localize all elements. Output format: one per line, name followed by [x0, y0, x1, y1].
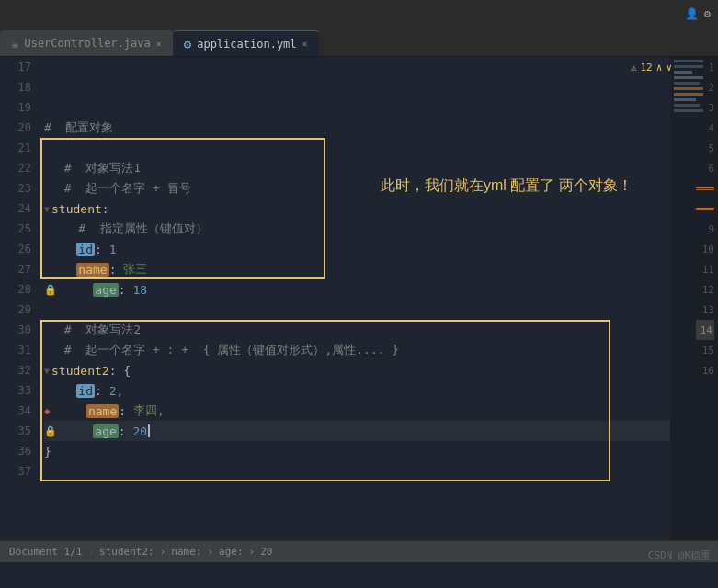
line-29: [44, 300, 670, 320]
linenum-32: 32: [0, 360, 40, 380]
cursor: [148, 424, 150, 437]
indent-35: [61, 424, 89, 438]
tab-yml-label: application.yml: [197, 38, 296, 51]
settings-icon[interactable]: ⚙: [704, 7, 711, 20]
linenum-33: 33: [0, 380, 40, 401]
linenum-17: 17: [0, 57, 40, 77]
fold-32[interactable]: ▼: [44, 366, 50, 376]
indent-30: [44, 323, 59, 337]
minimap-bars: [674, 57, 703, 113]
tab-java-label: UserController.java: [24, 37, 150, 50]
line-17: [44, 57, 670, 77]
warning-bar[interactable]: ⚠ 12 ∧ ∨: [631, 57, 672, 77]
line-36-brace: }: [44, 445, 51, 458]
status-arrow-3: ›: [249, 546, 256, 558]
status-bar: Document 1/1 › student2: › name: › age: …: [0, 540, 718, 562]
line-35-val: 20: [132, 424, 147, 438]
tab-yml-close[interactable]: ✕: [302, 39, 308, 49]
linenum-25: 25: [0, 219, 40, 239]
mbar-8: [674, 98, 696, 101]
line-26-key: id: [76, 243, 95, 256]
rnum-14: 14: [696, 320, 714, 340]
line-31-text: # 起一个名字 + : + { 属性（键值对形式）,属性.... }: [64, 342, 400, 358]
line-33: id : 2,: [44, 380, 670, 401]
editor-area: ⚠ 12 ∧ ∨ 17 18 19 20 21 22 23 24 25 26 2…: [0, 57, 718, 540]
rnum-4: 4: [696, 118, 714, 138]
line-25: # 指定属性（键值对）: [44, 219, 670, 239]
mbar-1: [674, 60, 703, 62]
line-36: }: [44, 441, 670, 461]
mbar-9: [674, 104, 700, 107]
line-37: [44, 461, 670, 481]
line-28-val: 18: [132, 283, 147, 297]
line-33-val: 2,: [109, 384, 124, 398]
mbar-2: [674, 65, 703, 68]
indent-space-22: [44, 162, 59, 175]
rnum-6: 6: [696, 158, 714, 178]
line-27-colon: :: [109, 263, 124, 277]
rnum-12: 12: [696, 279, 714, 300]
line-30-text: # 对象写法2: [64, 322, 141, 338]
window-controls[interactable]: 👤 ⚙: [685, 7, 711, 20]
user-icon[interactable]: 👤: [685, 7, 699, 20]
warning-count: 12: [641, 62, 653, 74]
csdn-watermark: CSDN @K稳重: [648, 548, 711, 562]
indent-28: [61, 283, 89, 297]
linenum-31: 31: [0, 340, 40, 360]
lock-icon-35: 🔒: [44, 425, 57, 437]
line-22: # 对象写法1: [44, 158, 670, 178]
tab-java[interactable]: ☕ UserController.java ✕: [0, 30, 173, 56]
indent-space-23: [44, 182, 59, 196]
rnum-16: 16: [696, 360, 714, 380]
line-32: ▼ student2 : {: [44, 360, 670, 380]
line-26: id : 1: [44, 239, 670, 259]
line-27-key: name: [76, 263, 108, 277]
linenum-28: 28: [0, 279, 40, 300]
mbar-5: [674, 82, 700, 85]
line-31: # 起一个名字 + : + { 属性（键值对形式）,属性.... }: [44, 340, 670, 360]
line-23-text: # 起一个名字 + 冒号: [64, 180, 191, 197]
mbar-10: [674, 109, 703, 112]
indent-space-25: [44, 222, 73, 236]
linenum-30: 30: [0, 320, 40, 340]
line-34-colon: :: [119, 404, 133, 418]
rnum-13: 13: [696, 300, 714, 320]
warning-up[interactable]: ∧: [656, 62, 663, 74]
status-arrow-1: ›: [160, 546, 166, 558]
linenum-34: 34: [0, 401, 40, 421]
status-bc-3: 20: [260, 546, 272, 558]
line-33-key: id: [76, 384, 95, 398]
lock-icon-28: 🔒: [44, 284, 57, 296]
linenum-36: 36: [0, 441, 40, 461]
line-27: name : 张三: [44, 259, 670, 279]
linenum-19: 19: [0, 97, 40, 118]
warning-down[interactable]: ∨: [666, 62, 672, 74]
fold-24[interactable]: ▼: [44, 204, 50, 214]
breakpoint-34: ◆: [44, 405, 51, 417]
linenum-21: 21: [0, 138, 40, 158]
line-28: 🔒 age : 18: [44, 279, 670, 300]
indent-27: [44, 263, 73, 277]
line-20: # 配置对象: [44, 118, 670, 138]
status-bc-1: name:: [171, 546, 201, 558]
linenum-27: 27: [0, 259, 40, 279]
rnum-10: 10: [696, 239, 714, 259]
line-28-key: age: [93, 283, 118, 297]
annotation-text: 此时，我们就在yml 配置了 两个对象！: [381, 176, 633, 196]
line-21: [44, 138, 670, 158]
linenum-24: 24: [0, 198, 40, 219]
line-24: ▼ student :: [44, 198, 670, 219]
tab-yml[interactable]: ⚙ application.yml ✕: [173, 30, 319, 56]
line-33-colon: :: [95, 384, 109, 398]
status-bc-0: student2:: [99, 546, 154, 558]
rnum-7: ═══: [696, 178, 714, 198]
rnum-9: 9: [696, 219, 714, 239]
line-24-colon: :: [102, 202, 109, 216]
line-30: # 对象写法2: [44, 320, 670, 340]
line-26-colon: :: [95, 243, 109, 256]
linenum-20: 20: [0, 118, 40, 138]
code-content[interactable]: 此时，我们就在yml 配置了 两个对象！ # 配置对象 # 对象写法1: [40, 57, 670, 540]
line-numbers: 17 18 19 20 21 22 23 24 25 26 27 28 29 3…: [0, 57, 40, 540]
tab-java-close[interactable]: ✕: [156, 39, 162, 49]
linenum-18: 18: [0, 77, 40, 97]
